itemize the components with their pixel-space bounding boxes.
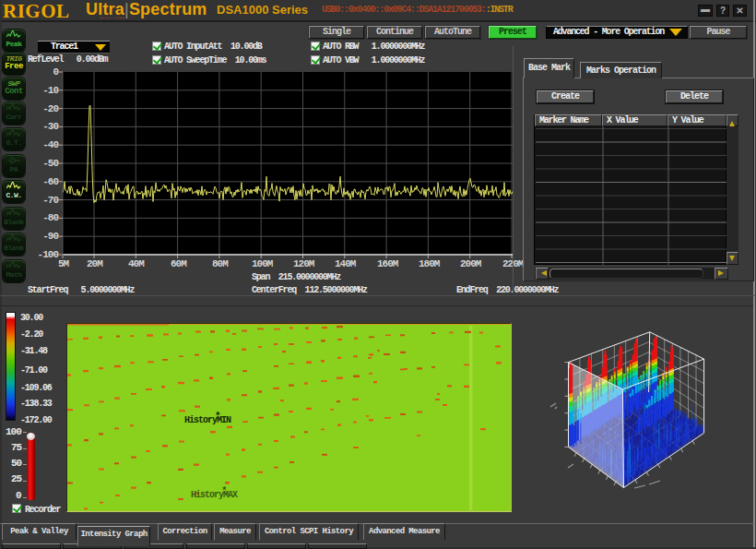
svg-text:*: * [221,485,228,496]
svg-text:*: * [215,411,221,422]
svg-text:HistoryMAX: HistoryMAX [191,490,238,500]
svg-text:HistoryMIN: HistoryMIN [184,415,231,425]
